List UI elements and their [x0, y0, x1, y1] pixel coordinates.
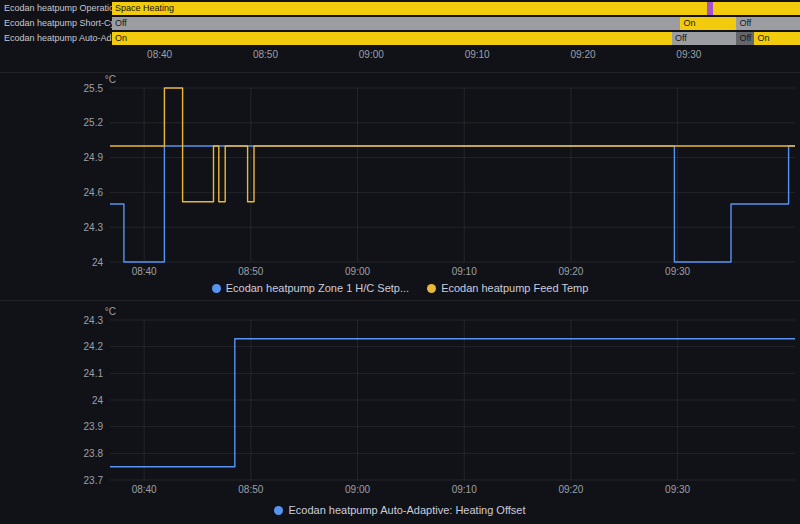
- x-tick-label: 09:10: [452, 484, 477, 495]
- y-tick-label: 24.2: [84, 341, 104, 352]
- x-tick-label: 09:00: [345, 484, 370, 495]
- state-timeline-panel: Ecodan heatpump Operation Mo...Space Hea…: [0, 0, 800, 72]
- timeline-track: OffOnOff: [112, 17, 800, 30]
- timeline-segment[interactable]: Off: [736, 32, 754, 45]
- series-line: [110, 88, 795, 202]
- x-tick-label: 08:50: [238, 484, 263, 495]
- legend-dot: [212, 284, 221, 293]
- timeline-row: Ecodan heatpump Auto-Adaptiv...OnOffOffO…: [0, 32, 800, 45]
- x-tick-label: 09:20: [558, 266, 583, 277]
- y-axis-unit: °C: [105, 306, 116, 317]
- timeline-rows: Ecodan heatpump Operation Mo...Space Hea…: [0, 0, 800, 45]
- x-tick-label: 09:10: [452, 266, 477, 277]
- y-tick-label: 23.7: [84, 475, 104, 486]
- timeline-segment[interactable]: Off: [736, 17, 800, 30]
- y-tick-label: 23.9: [84, 421, 104, 432]
- timeline-segment[interactable]: Off: [112, 17, 680, 30]
- timeline-segment[interactable]: Space Heating: [112, 2, 707, 15]
- x-tick-label: 09:30: [665, 266, 690, 277]
- time-series-plot[interactable]: 2424.324.624.925.225.508:4008:5009:0009:…: [0, 72, 800, 300]
- y-tick-label: 24.9: [84, 152, 104, 163]
- x-tick-label: 08:50: [238, 266, 263, 277]
- timeline-track: Space Heating: [112, 2, 800, 15]
- y-tick-label: 24: [92, 257, 104, 268]
- grafana-dashboard: Ecodan heatpump Operation Mo...Space Hea…: [0, 0, 800, 524]
- timeline-segment[interactable]: On: [680, 17, 736, 30]
- y-tick-label: 24.3: [84, 222, 104, 233]
- series-line: [110, 339, 795, 467]
- legend-label: Ecodan heatpump Zone 1 H/C Setp...: [226, 282, 409, 294]
- legend-dot: [427, 284, 436, 293]
- setpoint-feed-temp-chart-panel: 2424.324.624.925.225.508:4008:5009:0009:…: [0, 72, 800, 300]
- y-axis-unit: °C: [105, 74, 116, 85]
- x-tick-label: 09:30: [665, 484, 690, 495]
- legend-item[interactable]: Ecodan heatpump Feed Temp: [427, 282, 588, 294]
- heating-offset-chart-panel: 23.723.823.92424.124.224.308:4008:5009:0…: [0, 300, 800, 524]
- chart-legend: Ecodan heatpump Zone 1 H/C Setp...Ecodan…: [0, 282, 800, 294]
- time-series-plot[interactable]: 23.723.823.92424.124.224.308:4008:5009:0…: [0, 300, 800, 524]
- y-tick-label: 24.3: [84, 315, 104, 326]
- legend-item[interactable]: Ecodan heatpump Auto-Adaptive: Heating O…: [274, 504, 525, 516]
- timeline-row-label: Ecodan heatpump Operation Mo...: [0, 2, 112, 15]
- time-tick-label: 09:20: [570, 49, 595, 60]
- x-tick-label: 09:20: [558, 484, 583, 495]
- time-tick-label: 08:50: [253, 49, 278, 60]
- timeline-row-label: Ecodan heatpump Short-Cycle: P...: [0, 17, 112, 30]
- timeline-segment[interactable]: [713, 2, 800, 15]
- x-tick-label: 08:40: [132, 266, 157, 277]
- timeline-row: Ecodan heatpump Short-Cycle: P...OffOnOf…: [0, 17, 800, 30]
- y-tick-label: 24.1: [84, 368, 104, 379]
- y-tick-label: 25.5: [84, 83, 104, 94]
- time-tick-label: 09:30: [676, 49, 701, 60]
- y-tick-label: 23.8: [84, 448, 104, 459]
- series-line: [110, 146, 795, 262]
- legend-label: Ecodan heatpump Feed Temp: [441, 282, 588, 294]
- chart-legend: Ecodan heatpump Auto-Adaptive: Heating O…: [0, 504, 800, 516]
- timeline-row-label: Ecodan heatpump Auto-Adaptiv...: [0, 32, 112, 45]
- timeline-axis: 08:4008:5009:0009:1009:2009:30: [0, 49, 800, 65]
- timeline-segment[interactable]: On: [754, 32, 800, 45]
- y-tick-label: 25.2: [84, 117, 104, 128]
- time-tick-label: 09:10: [465, 49, 490, 60]
- y-tick-label: 24.6: [84, 187, 104, 198]
- x-tick-label: 09:00: [345, 266, 370, 277]
- timeline-segment[interactable]: Off: [672, 32, 737, 45]
- x-tick-label: 08:40: [132, 484, 157, 495]
- legend-label: Ecodan heatpump Auto-Adaptive: Heating O…: [288, 504, 525, 516]
- time-tick-label: 08:40: [147, 49, 172, 60]
- timeline-segment[interactable]: On: [112, 32, 672, 45]
- legend-item[interactable]: Ecodan heatpump Zone 1 H/C Setp...: [212, 282, 409, 294]
- y-tick-label: 24: [92, 395, 104, 406]
- timeline-row: Ecodan heatpump Operation Mo...Space Hea…: [0, 2, 800, 15]
- timeline-track: OnOffOffOn: [112, 32, 800, 45]
- time-tick-label: 09:00: [359, 49, 384, 60]
- legend-dot: [274, 506, 283, 515]
